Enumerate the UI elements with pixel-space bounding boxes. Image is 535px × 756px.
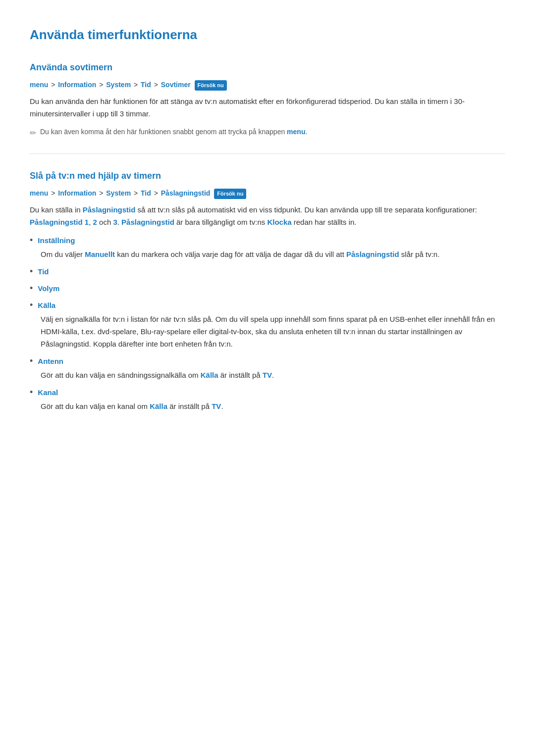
desc-mid: kan du markera och välja varje dag för a… [115,250,346,258]
chevron2-icon-4: > [154,189,158,197]
item-desc-antenn: Gör att du kan välja en sändningssignalk… [41,369,505,382]
antenn-pre: Gör att du kan välja en sändningssignalk… [41,371,201,379]
bullet-dot: • [30,265,33,278]
list-item-tid: • Tid [30,266,505,278]
note-menu-link: menu [287,128,305,136]
body2-num2: 2 [93,218,97,226]
kanal-link: Källa [150,402,167,410]
body2-pre: Du kan ställa in [30,205,83,214]
chevron2-icon-2: > [99,189,103,197]
list-item-kalla: • Källa Välj en signalkälla för tv:n i l… [30,300,505,350]
desc-link2: Påslagningstid [346,250,399,258]
page-title: Använda timerfunktionerna [30,25,505,46]
section-divider [30,153,505,154]
breadcrumb2-tid: Tid [141,189,151,197]
item-label-antenn: Antenn [38,355,63,367]
chevron-icon-4: > [154,81,158,89]
section2-heading: Slå på tv:n med hjälp av timern [30,169,505,183]
bullet-dot: • [30,386,33,399]
note-text-suffix: . [305,128,307,136]
desc-link1: Manuellt [85,250,115,258]
item-label-installning: Inställning [38,235,75,247]
kanal-pre: Gör att du kan välja en kanal om [41,402,150,410]
section2-body: Du kan ställa in Påslagningstid så att t… [30,204,505,229]
chevron-icon-1: > [51,81,55,89]
antenn-link: Källa [201,371,218,379]
breadcrumb2-menu: menu [30,189,48,197]
breadcrumb-section2: menu > Information > System > Tid > Påsl… [30,188,505,199]
note-row: ✏ Du kan även komma åt den här funktione… [30,126,505,140]
body2-end: redan har ställts in. [292,218,357,226]
bullet-dot: • [30,355,33,367]
item-desc-kanal: Gör att du kan välja en kanal om Källa ä… [41,401,505,413]
breadcrumb2-paslagningstid: Påslagningstid [161,189,211,197]
body2-link3: Påslagningstid [121,218,174,226]
item-label-kalla: Källa [38,300,55,311]
body2-mid1: så att tv:n slås på automatiskt vid en v… [135,205,477,214]
item-label-tid: Tid [38,266,49,278]
body2-num3: 3 [113,218,117,226]
chevron2-icon-3: > [134,189,138,197]
pencil-icon: ✏ [30,127,36,140]
kanal-end: . [221,402,223,410]
chevron-icon-3: > [134,81,138,89]
breadcrumb2-info: Information [58,189,96,197]
section1-body: Du kan använda den här funktionen för at… [30,96,505,120]
desc-end: slår på tv:n. [399,250,440,258]
chevron-icon-2: > [99,81,103,89]
body2-link1: Påslagningstid [83,205,136,214]
item-desc-kalla: Välj en signalkälla för tv:n i listan fö… [41,313,505,350]
antenn-end: . [272,371,274,379]
breadcrumb-tid: Tid [141,81,151,89]
try-now-badge-2[interactable]: Försök nu [214,189,246,200]
content-list: • Inställning Om du väljer Manuellt kan … [30,235,505,413]
item-desc-installning: Om du väljer Manuellt kan du markera och… [41,249,505,261]
body2-mid3: och [97,218,113,226]
bullet-dot: • [30,234,33,247]
breadcrumb-info: Information [58,81,96,89]
try-now-badge-1[interactable]: Försök nu [195,80,227,91]
item-label-kanal: Kanal [38,387,58,399]
note-text: Du kan även komma åt den här funktionen … [40,126,307,137]
chevron2-icon-1: > [51,189,55,197]
note-text-pre: Du kan även komma åt den här funktionen … [40,128,287,136]
list-item-antenn: • Antenn Gör att du kan välja en sändnin… [30,355,505,382]
list-item-volym: • Volym [30,283,505,295]
antenn-link2: TV [263,371,272,379]
list-item-kanal: • Kanal Gör att du kan välja en kanal om… [30,387,505,413]
breadcrumb-menu: menu [30,81,48,89]
body2-link4: Klocka [267,218,291,226]
antenn-mid: är inställt på [218,371,263,379]
item-label-volym: Volym [38,283,59,295]
bullet-dot: • [30,299,33,311]
breadcrumb-section1: menu > Information > System > Tid > Sovt… [30,79,505,91]
breadcrumb2-system: System [106,189,131,197]
body2-link2: Påslagningstid 1 [30,218,89,226]
kanal-mid: är inställt på [167,402,212,410]
breadcrumb-system: System [106,81,131,89]
bullet-dot: • [30,282,33,295]
desc-pre: Om du väljer [41,250,85,258]
body2-mid5: är bara tillgängligt om tv:ns [174,218,268,226]
kanal-link2: TV [212,402,221,410]
section1-heading: Använda sovtimern [30,60,505,75]
breadcrumb-sovtimer: Sovtimer [161,81,191,89]
list-item-installning: • Inställning Om du väljer Manuellt kan … [30,235,505,261]
body2-mid2: , [89,218,93,226]
body2-mid4: . [117,218,121,226]
